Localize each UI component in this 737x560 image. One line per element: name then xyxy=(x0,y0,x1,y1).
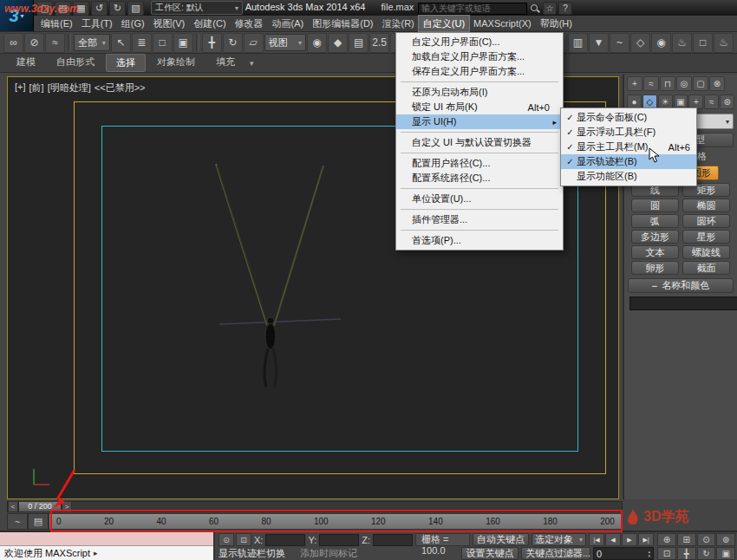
isolate-selection-icon[interactable]: ⊙ xyxy=(218,533,234,546)
systems-category-icon[interactable]: ⊛ xyxy=(720,94,734,109)
spinner-icon[interactable]: ▴▾ xyxy=(648,550,650,558)
z-coordinate-field[interactable] xyxy=(373,534,413,546)
shape-button[interactable]: 圆环 xyxy=(682,214,730,228)
macro-recorder-line[interactable] xyxy=(0,532,213,546)
zoom-extents-icon[interactable]: ⊙ xyxy=(697,533,716,546)
add-time-tag-button[interactable]: 添加时间标记 xyxy=(300,547,357,560)
menu-item[interactable]: ✓ 插件管理器... ▸ xyxy=(396,212,563,227)
time-slider-track[interactable] xyxy=(72,502,622,511)
select-by-name-icon[interactable]: ≣ xyxy=(132,33,152,53)
space-warps-category-icon[interactable]: ≈ xyxy=(704,94,719,109)
selection-lock-icon[interactable]: ⊡ xyxy=(236,533,251,546)
snaps-toggle-icon[interactable]: 2.5 xyxy=(369,33,389,53)
motion-tab-icon[interactable]: ◎ xyxy=(676,76,692,91)
menubar-item[interactable]: 组(G) xyxy=(117,16,149,31)
layer-manager-icon[interactable]: ▥ xyxy=(568,33,588,53)
viewport-label-part[interactable]: [+] xyxy=(15,81,26,94)
go-to-start-icon[interactable]: |◀ xyxy=(589,533,604,546)
time-slider[interactable]: < 0 / 200 > xyxy=(7,501,623,512)
shape-button[interactable]: 螺旋线 xyxy=(682,245,730,259)
zoom-region-icon[interactable]: ⊡ xyxy=(657,547,676,560)
menubar-item[interactable]: 动画(A) xyxy=(268,16,309,31)
maxscript-mini-listener[interactable]: 欢迎使用 MAXScript ▸ xyxy=(0,532,215,560)
set-key-button[interactable]: 设置关键点 xyxy=(461,547,519,560)
menubar-item[interactable]: 图形编辑器(D) xyxy=(308,16,377,31)
menu-item[interactable]: ✓ 锁定 UI 布局(K) Alt+0 ▸ xyxy=(396,100,563,114)
unlink-selection-icon[interactable]: ⊘ xyxy=(24,33,44,53)
display-tab-icon[interactable]: ▢ xyxy=(693,76,708,91)
menu-item[interactable]: ✓ 自定义 UI 与默认设置切换器 ▸ xyxy=(396,135,563,150)
bind-to-space-warp-icon[interactable]: ≈ xyxy=(45,33,65,53)
render-setup-icon[interactable]: ♨ xyxy=(672,33,692,53)
search-input[interactable] xyxy=(418,3,527,15)
track-bar-filter-icon[interactable]: ▤ xyxy=(28,513,49,530)
zoom-icon[interactable]: ⊕ xyxy=(657,533,676,546)
orbit-icon[interactable]: ↻ xyxy=(697,547,716,560)
search-icon[interactable] xyxy=(530,3,540,14)
play-icon[interactable]: ▶ xyxy=(622,533,637,546)
menu-item[interactable]: ✓ 保存自定义用户界面方案... ▸ xyxy=(396,64,563,79)
help-favorites-icon[interactable]: ? xyxy=(558,2,572,15)
ribbon-tab[interactable]: 选择 xyxy=(106,54,146,72)
menubar-item[interactable]: 自定义(U) xyxy=(419,16,469,31)
shape-button[interactable]: 多边形 xyxy=(631,230,679,244)
open-file-icon[interactable]: ▤ xyxy=(55,1,71,16)
selection-filter-dropdown[interactable]: 全部▾ xyxy=(74,34,110,51)
viewport-label-part[interactable]: [明暗处理] xyxy=(48,81,91,94)
zoom-all-icon[interactable]: ⊞ xyxy=(677,533,696,546)
menubar-item[interactable]: 编辑(E) xyxy=(36,16,77,31)
shape-button[interactable]: 文本 xyxy=(631,245,679,259)
name-color-rollout-header[interactable]: − 名称和颜色 xyxy=(628,278,734,293)
ribbon-tab[interactable]: 自由形式 xyxy=(47,54,104,72)
submenu-item[interactable]: ✓ 显示主工具栏(M) Alt+6 xyxy=(561,140,696,154)
application-menu-button[interactable]: 3 ▾ xyxy=(0,0,34,31)
menu-item[interactable]: ✓ 显示 UI(H) ▸ xyxy=(396,114,563,129)
modify-tab-icon[interactable]: ≈ xyxy=(643,76,659,91)
viewport-label-part[interactable]: <<已禁用>> xyxy=(95,81,146,94)
material-editor-icon[interactable]: ◉ xyxy=(651,33,671,53)
menu-item[interactable]: ✓ 加载自定义用户界面方案... ▸ xyxy=(396,49,563,64)
menu-item[interactable]: ✓ 配置用户路径(C)... ▸ xyxy=(396,156,563,171)
select-and-move-icon[interactable]: ╋ xyxy=(202,33,222,53)
select-and-manipulate-icon[interactable]: ◆ xyxy=(328,33,348,53)
hierarchy-tab-icon[interactable]: ⊓ xyxy=(660,76,675,91)
render-production-icon[interactable]: ♨ xyxy=(714,33,734,53)
menubar-item[interactable]: MAXScript(X) xyxy=(469,16,536,31)
workspace-selector[interactable]: 工作区: 默认 ▾ xyxy=(151,1,243,15)
selection-set-dropdown[interactable]: 选定对象 ▾ xyxy=(532,533,586,546)
undo-icon[interactable]: ↺ xyxy=(91,1,108,16)
communication-center-icon[interactable]: ☆ xyxy=(543,2,557,15)
pan-icon[interactable]: ╋ xyxy=(677,547,696,560)
x-coordinate-field[interactable] xyxy=(265,534,305,546)
shape-button[interactable]: 弧 xyxy=(631,214,679,228)
menu-item[interactable]: ✓ 还原为启动布局(I) ▸ xyxy=(396,85,563,100)
object-name-field[interactable] xyxy=(629,296,737,310)
current-frame-field[interactable]: 0 ▴▾ xyxy=(593,547,654,560)
key-filters-button[interactable]: 关键点过滤器... xyxy=(521,547,590,560)
maximize-viewport-icon[interactable]: ▣ xyxy=(716,547,735,560)
select-and-rotate-icon[interactable]: ↻ xyxy=(223,33,243,53)
save-file-icon[interactable]: ▦ xyxy=(73,1,89,16)
rendered-frame-icon[interactable]: □ xyxy=(693,33,713,53)
select-object-icon[interactable]: ↖ xyxy=(111,33,131,53)
next-frame-button[interactable]: > xyxy=(62,501,72,512)
submenu-item[interactable]: ✓ 显示浮动工具栏(F) xyxy=(561,125,696,140)
menubar-item[interactable]: 工具(T) xyxy=(77,16,117,31)
time-slider-handle[interactable]: 0 / 200 xyxy=(18,501,62,512)
previous-frame-icon[interactable]: ◀ xyxy=(605,533,621,546)
rect-selection-region-icon[interactable]: □ xyxy=(153,33,173,53)
menubar-item[interactable]: 修改器 xyxy=(231,16,268,31)
ribbon-toggle-icon[interactable]: ▼ xyxy=(589,33,609,53)
utilities-tab-icon[interactable]: ⊗ xyxy=(709,76,725,91)
use-pivot-center-icon[interactable]: ◉ xyxy=(307,33,327,53)
submenu-item[interactable]: ✓ 显示轨迹栏(B) xyxy=(561,154,696,169)
reference-coordinate-dropdown[interactable]: 视图▾ xyxy=(264,34,306,51)
shape-button[interactable]: 椭圆 xyxy=(682,199,730,212)
window-crossing-icon[interactable]: ▣ xyxy=(173,33,193,53)
shape-button[interactable]: 圆 xyxy=(631,199,679,212)
menu-item[interactable]: ✓ 单位设置(U)... ▸ xyxy=(396,192,563,206)
track-bar-ruler[interactable]: 020406080100120140160180200 xyxy=(49,513,623,530)
ribbon-minimize-icon[interactable]: ▾ xyxy=(250,59,254,68)
new-scene-icon[interactable]: ▢ xyxy=(36,1,53,16)
ribbon-tab[interactable]: 填充 xyxy=(206,54,245,72)
